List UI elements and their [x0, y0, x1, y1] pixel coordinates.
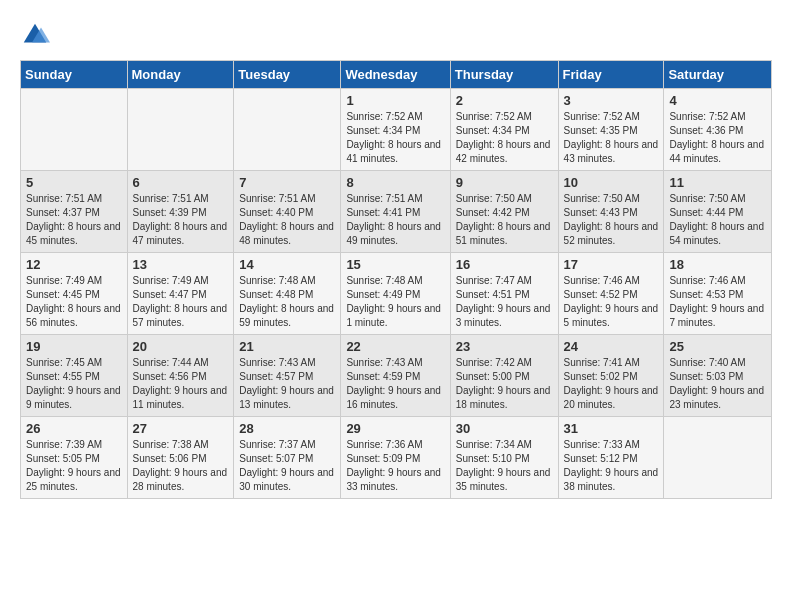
- calendar-cell: [234, 89, 341, 171]
- day-number: 19: [26, 339, 122, 354]
- day-info: Sunrise: 7:52 AM Sunset: 4:34 PM Dayligh…: [456, 110, 553, 166]
- day-number: 6: [133, 175, 229, 190]
- day-number: 16: [456, 257, 553, 272]
- day-number: 3: [564, 93, 659, 108]
- day-info: Sunrise: 7:50 AM Sunset: 4:44 PM Dayligh…: [669, 192, 766, 248]
- day-info: Sunrise: 7:37 AM Sunset: 5:07 PM Dayligh…: [239, 438, 335, 494]
- day-of-week-header: Saturday: [664, 61, 772, 89]
- day-number: 15: [346, 257, 444, 272]
- day-number: 9: [456, 175, 553, 190]
- day-info: Sunrise: 7:46 AM Sunset: 4:53 PM Dayligh…: [669, 274, 766, 330]
- calendar-week-row: 19Sunrise: 7:45 AM Sunset: 4:55 PM Dayli…: [21, 335, 772, 417]
- calendar-cell: 30Sunrise: 7:34 AM Sunset: 5:10 PM Dayli…: [450, 417, 558, 499]
- calendar-cell: 26Sunrise: 7:39 AM Sunset: 5:05 PM Dayli…: [21, 417, 128, 499]
- day-number: 17: [564, 257, 659, 272]
- logo-icon: [20, 20, 50, 50]
- calendar-cell: 22Sunrise: 7:43 AM Sunset: 4:59 PM Dayli…: [341, 335, 450, 417]
- calendar-cell: 1Sunrise: 7:52 AM Sunset: 4:34 PM Daylig…: [341, 89, 450, 171]
- day-info: Sunrise: 7:49 AM Sunset: 4:47 PM Dayligh…: [133, 274, 229, 330]
- day-number: 22: [346, 339, 444, 354]
- day-info: Sunrise: 7:52 AM Sunset: 4:35 PM Dayligh…: [564, 110, 659, 166]
- calendar-cell: 17Sunrise: 7:46 AM Sunset: 4:52 PM Dayli…: [558, 253, 664, 335]
- day-number: 29: [346, 421, 444, 436]
- day-info: Sunrise: 7:41 AM Sunset: 5:02 PM Dayligh…: [564, 356, 659, 412]
- day-number: 10: [564, 175, 659, 190]
- day-info: Sunrise: 7:51 AM Sunset: 4:37 PM Dayligh…: [26, 192, 122, 248]
- calendar-week-row: 5Sunrise: 7:51 AM Sunset: 4:37 PM Daylig…: [21, 171, 772, 253]
- day-number: 2: [456, 93, 553, 108]
- calendar-cell: 13Sunrise: 7:49 AM Sunset: 4:47 PM Dayli…: [127, 253, 234, 335]
- day-info: Sunrise: 7:43 AM Sunset: 4:59 PM Dayligh…: [346, 356, 444, 412]
- calendar-cell: 12Sunrise: 7:49 AM Sunset: 4:45 PM Dayli…: [21, 253, 128, 335]
- day-info: Sunrise: 7:33 AM Sunset: 5:12 PM Dayligh…: [564, 438, 659, 494]
- day-info: Sunrise: 7:50 AM Sunset: 4:42 PM Dayligh…: [456, 192, 553, 248]
- day-number: 20: [133, 339, 229, 354]
- day-info: Sunrise: 7:38 AM Sunset: 5:06 PM Dayligh…: [133, 438, 229, 494]
- calendar-cell: [21, 89, 128, 171]
- calendar-cell: 25Sunrise: 7:40 AM Sunset: 5:03 PM Dayli…: [664, 335, 772, 417]
- calendar-cell: 15Sunrise: 7:48 AM Sunset: 4:49 PM Dayli…: [341, 253, 450, 335]
- day-info: Sunrise: 7:44 AM Sunset: 4:56 PM Dayligh…: [133, 356, 229, 412]
- calendar-cell: 4Sunrise: 7:52 AM Sunset: 4:36 PM Daylig…: [664, 89, 772, 171]
- day-number: 26: [26, 421, 122, 436]
- calendar-cell: 23Sunrise: 7:42 AM Sunset: 5:00 PM Dayli…: [450, 335, 558, 417]
- calendar-cell: 5Sunrise: 7:51 AM Sunset: 4:37 PM Daylig…: [21, 171, 128, 253]
- day-info: Sunrise: 7:50 AM Sunset: 4:43 PM Dayligh…: [564, 192, 659, 248]
- calendar-header-row: SundayMondayTuesdayWednesdayThursdayFrid…: [21, 61, 772, 89]
- calendar-cell: [664, 417, 772, 499]
- calendar-cell: 3Sunrise: 7:52 AM Sunset: 4:35 PM Daylig…: [558, 89, 664, 171]
- day-number: 4: [669, 93, 766, 108]
- day-number: 12: [26, 257, 122, 272]
- logo: [20, 20, 52, 50]
- day-of-week-header: Wednesday: [341, 61, 450, 89]
- day-of-week-header: Tuesday: [234, 61, 341, 89]
- day-of-week-header: Sunday: [21, 61, 128, 89]
- day-info: Sunrise: 7:45 AM Sunset: 4:55 PM Dayligh…: [26, 356, 122, 412]
- calendar-cell: 27Sunrise: 7:38 AM Sunset: 5:06 PM Dayli…: [127, 417, 234, 499]
- calendar-cell: 18Sunrise: 7:46 AM Sunset: 4:53 PM Dayli…: [664, 253, 772, 335]
- day-number: 24: [564, 339, 659, 354]
- calendar-cell: 8Sunrise: 7:51 AM Sunset: 4:41 PM Daylig…: [341, 171, 450, 253]
- day-of-week-header: Thursday: [450, 61, 558, 89]
- calendar-cell: 10Sunrise: 7:50 AM Sunset: 4:43 PM Dayli…: [558, 171, 664, 253]
- day-number: 30: [456, 421, 553, 436]
- day-number: 31: [564, 421, 659, 436]
- calendar-cell: 31Sunrise: 7:33 AM Sunset: 5:12 PM Dayli…: [558, 417, 664, 499]
- day-number: 23: [456, 339, 553, 354]
- day-info: Sunrise: 7:51 AM Sunset: 4:40 PM Dayligh…: [239, 192, 335, 248]
- calendar-week-row: 1Sunrise: 7:52 AM Sunset: 4:34 PM Daylig…: [21, 89, 772, 171]
- day-number: 1: [346, 93, 444, 108]
- day-number: 27: [133, 421, 229, 436]
- day-info: Sunrise: 7:46 AM Sunset: 4:52 PM Dayligh…: [564, 274, 659, 330]
- day-of-week-header: Friday: [558, 61, 664, 89]
- day-number: 7: [239, 175, 335, 190]
- calendar-cell: 6Sunrise: 7:51 AM Sunset: 4:39 PM Daylig…: [127, 171, 234, 253]
- calendar-cell: 9Sunrise: 7:50 AM Sunset: 4:42 PM Daylig…: [450, 171, 558, 253]
- day-info: Sunrise: 7:34 AM Sunset: 5:10 PM Dayligh…: [456, 438, 553, 494]
- page-header: [20, 20, 772, 50]
- day-number: 28: [239, 421, 335, 436]
- day-info: Sunrise: 7:49 AM Sunset: 4:45 PM Dayligh…: [26, 274, 122, 330]
- day-number: 8: [346, 175, 444, 190]
- calendar-cell: 20Sunrise: 7:44 AM Sunset: 4:56 PM Dayli…: [127, 335, 234, 417]
- calendar-cell: 24Sunrise: 7:41 AM Sunset: 5:02 PM Dayli…: [558, 335, 664, 417]
- calendar-cell: 2Sunrise: 7:52 AM Sunset: 4:34 PM Daylig…: [450, 89, 558, 171]
- day-info: Sunrise: 7:42 AM Sunset: 5:00 PM Dayligh…: [456, 356, 553, 412]
- calendar-week-row: 12Sunrise: 7:49 AM Sunset: 4:45 PM Dayli…: [21, 253, 772, 335]
- day-of-week-header: Monday: [127, 61, 234, 89]
- calendar-cell: 19Sunrise: 7:45 AM Sunset: 4:55 PM Dayli…: [21, 335, 128, 417]
- day-number: 18: [669, 257, 766, 272]
- day-number: 5: [26, 175, 122, 190]
- day-info: Sunrise: 7:48 AM Sunset: 4:48 PM Dayligh…: [239, 274, 335, 330]
- day-info: Sunrise: 7:52 AM Sunset: 4:36 PM Dayligh…: [669, 110, 766, 166]
- day-info: Sunrise: 7:51 AM Sunset: 4:41 PM Dayligh…: [346, 192, 444, 248]
- calendar-cell: 14Sunrise: 7:48 AM Sunset: 4:48 PM Dayli…: [234, 253, 341, 335]
- calendar-cell: 21Sunrise: 7:43 AM Sunset: 4:57 PM Dayli…: [234, 335, 341, 417]
- day-info: Sunrise: 7:40 AM Sunset: 5:03 PM Dayligh…: [669, 356, 766, 412]
- day-number: 11: [669, 175, 766, 190]
- day-number: 25: [669, 339, 766, 354]
- day-info: Sunrise: 7:51 AM Sunset: 4:39 PM Dayligh…: [133, 192, 229, 248]
- day-info: Sunrise: 7:47 AM Sunset: 4:51 PM Dayligh…: [456, 274, 553, 330]
- calendar-cell: 11Sunrise: 7:50 AM Sunset: 4:44 PM Dayli…: [664, 171, 772, 253]
- day-info: Sunrise: 7:52 AM Sunset: 4:34 PM Dayligh…: [346, 110, 444, 166]
